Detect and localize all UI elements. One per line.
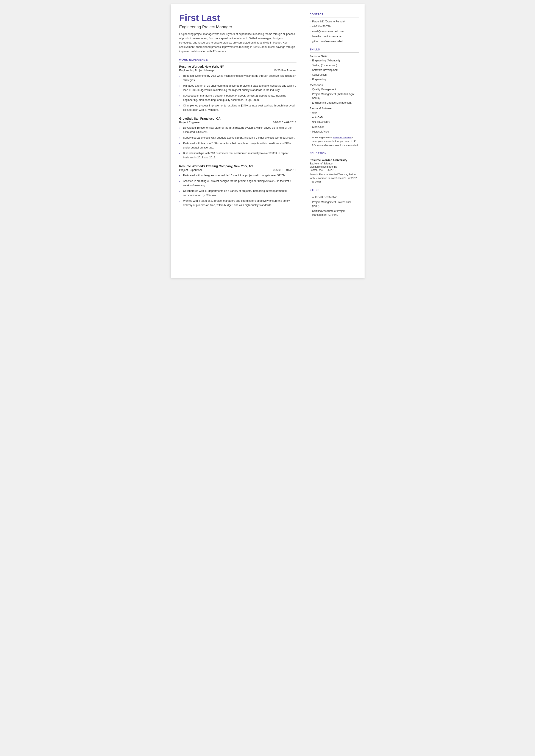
bullet-1-3: Succeeded in managing a quarterly budget… [179,94,296,102]
job-block-3: Resume Worded's Exciting Company, New Yo… [179,164,296,207]
bullet-2-2: Supervised 26 projects with budgets abov… [179,136,296,140]
candidate-summary: Engineering project manager with over 8 … [179,32,296,53]
skills-label: SKILLS [310,48,359,53]
edu-field: Mechanical Engineering [310,165,359,168]
technical-skills-label: Technical Skills: [310,55,359,58]
left-column: First Last Engineering Project Manager E… [171,4,304,278]
bullet-1-4: Championed process improvements resultin… [179,103,296,112]
bullet-3-3: Collaborated with 11 departments on a va… [179,189,296,197]
other-item-2: Project Management Professional (PMP). [310,200,359,208]
job-role-2: Project Engineer [179,121,200,124]
bullet-3-4: Worked with a team of 23 project manager… [179,199,296,207]
skill-tech-4: Construction [310,73,359,77]
tool-1: Unix [310,111,359,115]
contact-section: CONTACT Fargo, ND (Open to Remote) +1-23… [310,13,359,43]
job-company-1: Resume Worded, New York, NY [179,65,296,68]
job-title-row-1: Engineering Project Manager 10/2018 – Pr… [179,69,296,72]
other-section: OTHER AutoCAD Certification. Project Man… [310,188,359,217]
bullet-2-3: Partnered with teams of 180 contractors … [179,141,296,150]
job-block-2: Growthsi, San Francisco, CA Project Engi… [179,117,296,160]
contact-label: CONTACT [310,13,359,17]
techniques-list: Quality Management Project Management (W… [310,88,359,105]
bullet-3-1: Partnered with colleagues to schedule 15… [179,173,296,178]
techniques-label: Techniques: [310,84,359,87]
contact-item-location: Fargo, ND (Open to Remote) [310,20,359,23]
contact-list: Fargo, ND (Open to Remote) +1-234-456-78… [310,20,359,43]
contact-item-email: email@resumeworded.com [310,30,359,33]
bullet-2-4: Built relationships with 210 customers t… [179,151,296,160]
education-label: EDUCATION [310,152,359,156]
job-dates-2: 02/2015 – 09/2018 [273,121,296,124]
bullet-1-1: Reduced cycle time by 76% while maintain… [179,74,296,82]
bullet-2-1: Developed 18 economical state-of-the-art… [179,126,296,134]
edu-awards: Awards: Resume Worded Teaching Fellow (o… [310,173,359,184]
job-block-1: Resume Worded, New York, NY Engineering … [179,65,296,112]
skill-tech-1: Engineering (Advanced) [310,59,359,63]
other-item-3: Certified Associate of Project Managemen… [310,209,359,217]
tools-list: Unix AutoCAD SOLIDWORKS ClearCase Micros… [310,111,359,134]
technique-2: Project Management (Waterfall, Agile, Sc… [310,92,359,100]
education-section: EDUCATION Resume Worded University Bache… [310,152,359,184]
contact-item-phone: +1-234-456-789 [310,25,359,28]
edu-location: Boston, MA — 05/2012 [310,169,359,172]
tools-label: Tools and Software: [310,107,359,110]
other-list: AutoCAD Certification. Project Managemen… [310,195,359,217]
job-company-3: Resume Worded's Exciting Company, New Yo… [179,164,296,168]
job-bullets-3: Partnered with colleagues to schedule 15… [179,173,296,207]
candidate-title: Engineering Project Manager [179,25,296,29]
tool-4: ClearCase [310,125,359,129]
skill-tech-5: Engineering [310,78,359,81]
promo-prefix: Don't forget to use [312,136,333,139]
job-company-2: Growthsi, San Francisco, CA [179,117,296,120]
tool-5: Microsoft Visio [310,130,359,134]
job-role-3: Project Supervisor [179,168,202,172]
job-bullets-1: Reduced cycle time by 76% while maintain… [179,74,296,112]
tool-2: AutoCAD [310,116,359,119]
bullet-3-2: Assisted in creating 32 project designs … [179,179,296,187]
candidate-name: First Last [179,13,296,23]
job-title-row-3: Project Supervisor 06/2012 – 01/2015 [179,168,296,172]
technique-3: Engineering Change Management [310,101,359,105]
other-item-1: AutoCAD Certification. [310,195,359,199]
skill-tech-3: Software Development [310,68,359,72]
skills-section: SKILLS Technical Skills: Engineering (Ad… [310,48,359,147]
promo-link[interactable]: Resume Worded [333,136,352,139]
edu-school: Resume Worded University [310,158,359,162]
other-label: OTHER [310,188,359,193]
edu-degree: Bachelor of Science [310,162,359,165]
technique-1: Quality Management [310,88,359,91]
job-dates-1: 10/2018 – Present [273,69,296,72]
job-dates-3: 06/2012 – 01/2015 [273,168,296,172]
promo-text: Don't forget to use Resume Worded to sca… [310,136,359,147]
right-column: CONTACT Fargo, ND (Open to Remote) +1-23… [304,4,365,278]
work-experience-label: WORK EXPERIENCE [179,58,296,63]
job-role-1: Engineering Project Manager [179,69,215,72]
contact-item-linkedin: linkedin.com/in/username [310,35,359,38]
skill-tech-2: Testing (Experienced) [310,63,359,67]
tool-3: SOLIDWORKS [310,120,359,124]
bullet-1-2: Managed a team of 19 engineers that deli… [179,84,296,92]
job-bullets-2: Developed 18 economical state-of-the-art… [179,126,296,160]
job-title-row-2: Project Engineer 02/2015 – 09/2018 [179,121,296,124]
technical-skills-list: Engineering (Advanced) Testing (Experien… [310,59,359,81]
contact-item-github: github.com/resumeworded [310,40,359,43]
resume-container: First Last Engineering Project Manager E… [171,4,365,278]
